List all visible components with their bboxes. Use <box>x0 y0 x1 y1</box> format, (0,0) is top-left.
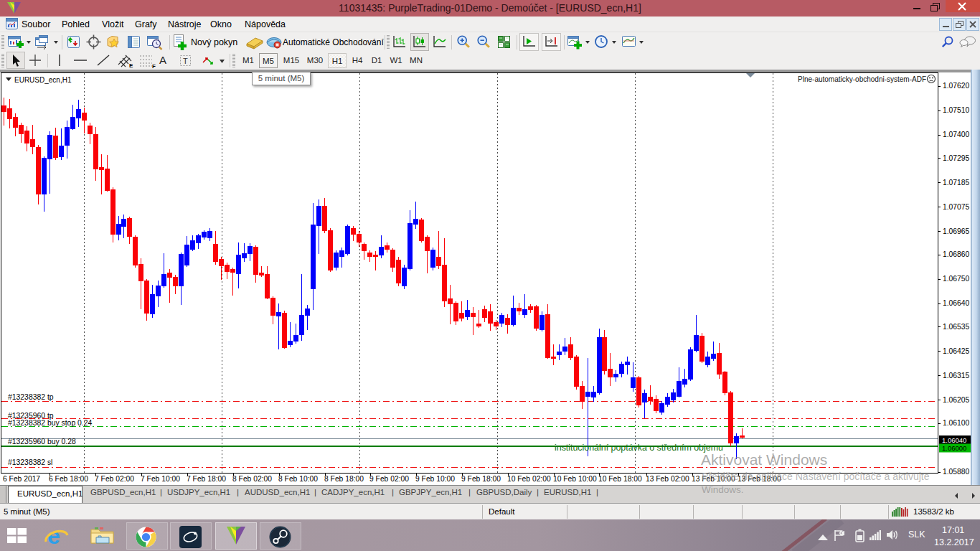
svg-text:1.07185: 1.07185 <box>943 179 969 187</box>
svg-text:1.07295: 1.07295 <box>943 154 969 162</box>
svg-text:1.06535: 1.06535 <box>943 323 969 331</box>
svg-text:#13238382 sl: #13238382 sl <box>8 458 52 466</box>
svg-text:1.06750: 1.06750 <box>943 275 969 283</box>
svg-text:1.06965: 1.06965 <box>943 227 969 235</box>
svg-text:F: F <box>152 63 156 69</box>
svg-text:#13235960 buy 0.28: #13235960 buy 0.28 <box>8 438 76 446</box>
svg-text:8 Feb 18:00: 8 Feb 18:00 <box>324 475 364 483</box>
svg-text:1.06425: 1.06425 <box>943 347 969 355</box>
svg-text:T: T <box>183 57 188 65</box>
svg-text:1.07510: 1.07510 <box>943 106 969 114</box>
svg-text:10 Feb 10:00: 10 Feb 10:00 <box>553 475 597 483</box>
svg-text:1.06205: 1.06205 <box>943 396 969 404</box>
svg-text:1.06860: 1.06860 <box>943 250 969 258</box>
svg-text:8 Feb 10:00: 8 Feb 10:00 <box>278 475 318 483</box>
svg-text:#13238382 tp: #13238382 tp <box>8 393 54 401</box>
svg-text:Plne-automaticky-obchodni-syst: Plne-automaticky-obchodni-system-ADF <box>798 75 926 83</box>
svg-text:E: E <box>129 62 133 69</box>
svg-text:6 Feb 2017: 6 Feb 2017 <box>3 475 40 483</box>
svg-text:1.07075: 1.07075 <box>943 203 969 211</box>
svg-text:1.07620: 1.07620 <box>943 82 969 90</box>
svg-text:9 Feb 02:00: 9 Feb 02:00 <box>369 475 409 483</box>
svg-text:1.05880: 1.05880 <box>943 468 969 476</box>
svg-text:1.06100: 1.06100 <box>943 419 969 427</box>
svg-text:7 Feb 02:00: 7 Feb 02:00 <box>95 475 134 483</box>
svg-text:institucionální poptávka o stř: institucionální poptávka o středním obje… <box>555 443 723 453</box>
svg-text:1.06000: 1.06000 <box>942 444 966 452</box>
svg-text:7 Feb 10:00: 7 Feb 10:00 <box>141 475 180 483</box>
svg-text:EURUSD_ecn,H1: EURUSD_ecn,H1 <box>14 76 72 84</box>
svg-text:9 Feb 10:00: 9 Feb 10:00 <box>415 475 455 483</box>
svg-text:1.06640: 1.06640 <box>943 299 969 307</box>
svg-text:#13238382 buy stop 0.24: #13238382 buy stop 0.24 <box>8 419 93 427</box>
svg-text:10 Feb 02:00: 10 Feb 02:00 <box>507 475 551 483</box>
svg-text:1.06315: 1.06315 <box>943 372 969 380</box>
svg-text:13 Feb 02:00: 13 Feb 02:00 <box>646 475 689 483</box>
svg-text:10 Feb 18:00: 10 Feb 18:00 <box>598 475 642 483</box>
svg-text:1.06040: 1.06040 <box>942 436 966 444</box>
svg-text:7 Feb 18:00: 7 Feb 18:00 <box>187 475 226 483</box>
svg-text:8 Feb 02:00: 8 Feb 02:00 <box>232 475 272 483</box>
svg-text:9 Feb 18:00: 9 Feb 18:00 <box>461 475 501 483</box>
svg-text:6 Feb 18:00: 6 Feb 18:00 <box>49 475 88 483</box>
svg-text:1.07400: 1.07400 <box>943 131 969 138</box>
